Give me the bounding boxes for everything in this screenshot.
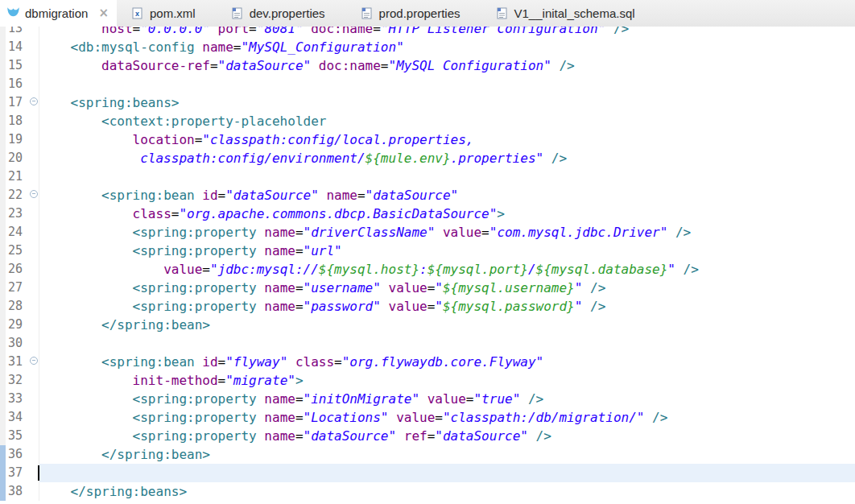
code-text[interactable]: <spring:property name="driverClassName" … [39, 223, 855, 242]
properties-file-icon [361, 6, 374, 20]
code-text[interactable]: </spring:bean> [39, 445, 855, 464]
tab-label: prod.properties [379, 6, 461, 20]
code-text[interactable] [39, 334, 855, 353]
annotation-ruler [0, 204, 6, 223]
folding-ruler [31, 353, 39, 371]
close-icon[interactable]: × [98, 7, 109, 19]
code-text[interactable]: <context:property-placeholder [39, 112, 855, 130]
annotation-ruler [0, 75, 6, 93]
line-number: 37 [6, 464, 31, 482]
code-line[interactable]: 34<spring:property name="Locations" valu… [0, 408, 855, 427]
code-text[interactable]: <spring:beans> [39, 93, 855, 112]
folding-ruler [31, 242, 39, 260]
editor-tab-bar: dbmigration×xpom.xmldev.propertiesprod.p… [0, 0, 855, 27]
code-line[interactable]: 21 [0, 167, 855, 186]
line-number: 18 [6, 112, 31, 130]
code-line[interactable]: 28<spring:property name="password" value… [0, 297, 855, 316]
code-text[interactable] [39, 75, 855, 93]
tab-dbmigration[interactable]: dbmigration× [0, 0, 117, 27]
code-text[interactable] [39, 464, 855, 482]
code-text[interactable]: value="jdbc:mysql://${mysql.host}:${mysq… [39, 260, 855, 279]
xml-editor[interactable]: 13host="0.0.0.0" port="8081" doc:name="H… [0, 27, 855, 504]
code-line[interactable]: 16 [0, 75, 855, 93]
code-line[interactable]: 26value="jdbc:mysql://${mysql.host}:${my… [0, 260, 855, 279]
annotation-ruler [0, 334, 6, 353]
line-number: 15 [6, 56, 31, 75]
line-number: 22 [6, 186, 31, 204]
tab-prod-properties[interactable]: prod.properties [346, 0, 481, 27]
folding-ruler [31, 56, 39, 75]
code-text[interactable] [39, 167, 855, 186]
code-line[interactable]: 31<spring:bean id="flyway" class="org.fl… [0, 353, 855, 371]
code-text[interactable]: <spring:bean id="flyway" class="org.flyw… [39, 353, 855, 371]
line-number: 21 [6, 167, 31, 186]
folding-ruler [31, 93, 39, 112]
collapse-icon[interactable] [30, 97, 38, 105]
code-text[interactable]: classpath:config/environment/${mule.env}… [39, 149, 855, 167]
annotation-ruler [0, 130, 6, 149]
line-number: 31 [6, 353, 31, 371]
line-number: 19 [6, 130, 31, 149]
code-line[interactable]: 36</spring:bean> [0, 445, 855, 464]
tab-pom-xml[interactable]: xpom.xml [117, 0, 217, 27]
code-text[interactable]: dataSource-ref="dataSource" doc:name="My… [39, 56, 855, 75]
line-number: 14 [6, 38, 31, 56]
code-text[interactable]: </spring:bean> [39, 316, 855, 334]
code-text[interactable]: <spring:property name="username" value="… [39, 279, 855, 297]
code-line[interactable]: 27<spring:property name="username" value… [0, 279, 855, 297]
code-text[interactable]: class="org.apache.commons.dbcp.BasicData… [39, 204, 855, 223]
code-line[interactable]: 20classpath:config/environment/${mule.en… [0, 149, 855, 167]
annotation-ruler [0, 56, 6, 75]
code-line[interactable]: 35<spring:property name="dataSource" ref… [0, 427, 855, 445]
code-line[interactable]: 17<spring:beans> [0, 93, 855, 112]
code-text[interactable]: location="classpath:config/local.propert… [39, 130, 855, 149]
code-line[interactable]: 18<context:property-placeholder [0, 112, 855, 130]
folding-ruler [31, 204, 39, 223]
tab-v1-inital-schema-sql[interactable]: V1__inital_schema.sql [481, 0, 656, 27]
code-line[interactable]: 37 [0, 464, 855, 482]
folding-ruler [31, 427, 39, 445]
code-line[interactable]: 33<spring:property name="initOnMigrate" … [0, 390, 855, 408]
code-text[interactable]: host="0.0.0.0" port="8081" doc:name="HTT… [39, 27, 855, 38]
code-text[interactable]: <spring:property name="url" [39, 242, 855, 260]
annotation-ruler [0, 38, 6, 56]
code-line[interactable]: 25<spring:property name="url" [0, 242, 855, 260]
code-text[interactable]: init-method="migrate"> [39, 371, 855, 390]
range-indicator [0, 464, 6, 482]
code-line[interactable]: 29</spring:bean> [0, 316, 855, 334]
code-text[interactable]: <spring:property name="password" value="… [39, 297, 855, 316]
code-line[interactable]: 13host="0.0.0.0" port="8081" doc:name="H… [0, 27, 855, 38]
collapse-icon[interactable] [30, 190, 38, 198]
code-line[interactable]: 32init-method="migrate"> [0, 371, 855, 390]
code-line[interactable]: 23class="org.apache.commons.dbcp.BasicDa… [0, 204, 855, 223]
code-text[interactable]: </spring:beans> [39, 482, 855, 501]
text-caret [38, 465, 39, 481]
code-text[interactable]: <db:mysql-config name="MySQL_Configurati… [39, 38, 855, 56]
folding-ruler [31, 482, 39, 501]
line-number: 13 [6, 27, 31, 38]
code-text[interactable]: <spring:property name="Locations" value=… [39, 408, 855, 427]
folding-ruler [31, 149, 39, 167]
code-line[interactable]: 14<db:mysql-config name="MySQL_Configura… [0, 38, 855, 56]
tab-dev-properties[interactable]: dev.properties [217, 0, 346, 27]
annotation-ruler [0, 242, 6, 260]
tab-label: dev.properties [250, 6, 325, 20]
code-text[interactable]: <spring:bean id="dataSource" name="dataS… [39, 186, 855, 204]
mule-icon [6, 6, 20, 20]
code-line[interactable]: 30 [0, 334, 855, 353]
annotation-ruler [0, 279, 6, 297]
line-number: 17 [6, 93, 31, 112]
code-line[interactable]: 22<spring:bean id="dataSource" name="dat… [0, 186, 855, 204]
code-line[interactable]: 15dataSource-ref="dataSource" doc:name="… [0, 56, 855, 75]
folding-ruler [31, 186, 39, 204]
annotation-ruler [0, 223, 6, 242]
code-text[interactable]: <spring:property name="dataSource" ref="… [39, 427, 855, 445]
line-number: 27 [6, 279, 31, 297]
range-indicator [0, 445, 6, 464]
code-line[interactable]: 38</spring:beans> [0, 482, 855, 501]
code-text[interactable]: <spring:property name="initOnMigrate" va… [39, 390, 855, 408]
collapse-icon[interactable] [30, 357, 38, 365]
code-line[interactable]: 19location="classpath:config/local.prope… [0, 130, 855, 149]
line-number: 29 [6, 316, 31, 334]
code-line[interactable]: 24<spring:property name="driverClassName… [0, 223, 855, 242]
